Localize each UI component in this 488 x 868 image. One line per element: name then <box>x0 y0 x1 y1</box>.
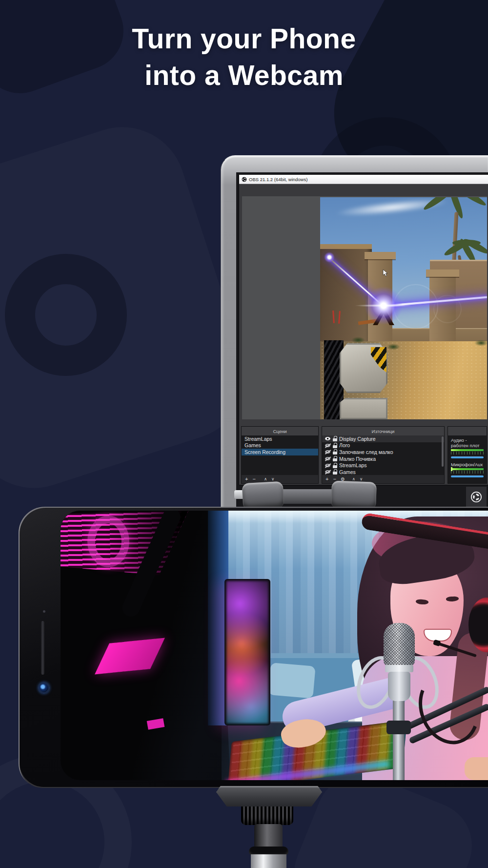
scenes-panel-header[interactable]: Сцени <box>242 427 318 435</box>
audio-mixer-panel: Аудио - работен плот Микрофон/Aux <box>447 426 487 484</box>
lock-icon[interactable] <box>333 436 337 441</box>
magenta-glow-panel <box>95 638 165 675</box>
obs-titlebar[interactable]: OBS 21.1.2 (64bit, windows) <box>239 175 488 184</box>
mic-body <box>388 672 410 701</box>
tripod-neck <box>254 824 283 849</box>
sources-scrollbar[interactable] <box>442 436 444 467</box>
fan-ring-glow <box>87 516 129 567</box>
proximity-sensor <box>43 610 45 613</box>
laser-impact-flare <box>363 285 404 326</box>
palm-frond <box>422 197 455 212</box>
streamer-smile <box>424 629 452 641</box>
front-camera-lens <box>39 682 49 693</box>
title-line-2: into a Webcam <box>144 60 344 91</box>
scene-move-up-button[interactable]: ∧ <box>264 477 267 481</box>
source-item[interactable]: Display Capture <box>322 435 444 442</box>
mic-collar <box>385 665 413 672</box>
volume-slider[interactable] <box>451 456 484 458</box>
visibility-eye-icon[interactable] <box>325 436 331 441</box>
visibility-eye-off-icon[interactable] <box>325 470 331 474</box>
obs-logo-icon <box>242 177 247 182</box>
shrub <box>386 344 400 350</box>
volume-meter <box>451 449 484 451</box>
source-item[interactable]: Малко Почивка <box>322 455 444 462</box>
promo-page: Turn your Phone into a Webcam OBS 21.1.2… <box>0 0 488 868</box>
tripod-pole <box>251 854 286 868</box>
scene-move-down-button[interactable]: ∨ <box>271 477 274 481</box>
pc-tower-silhouette <box>61 511 230 780</box>
metal-crate <box>324 340 387 419</box>
lock-icon[interactable] <box>333 469 337 475</box>
title-line-1: Turn your Phone <box>132 23 356 54</box>
source-item[interactable]: StreamLaps <box>322 462 444 469</box>
obs-taskbar-button[interactable] <box>466 487 487 508</box>
visibility-eye-off-icon[interactable] <box>325 450 331 454</box>
mic-stand-pole <box>393 700 405 780</box>
game-preview <box>320 197 487 419</box>
scenes-toolbar: + − ∧ ∨ <box>242 475 318 483</box>
streamer-hand <box>465 757 488 780</box>
mixer-tracks: Аудио - работен плот Микрофон/Aux <box>448 435 487 483</box>
source-item[interactable]: Games <box>322 469 444 475</box>
obs-preview-canvas <box>242 196 487 419</box>
source-move-down-button[interactable]: ∨ <box>360 477 363 481</box>
lock-icon[interactable] <box>333 443 337 448</box>
source-label: Лого <box>339 442 350 448</box>
pillow <box>268 662 315 699</box>
laptop-screen: OBS 21.1.2 (64bit, windows) <box>236 172 488 510</box>
lock-icon[interactable] <box>333 463 337 468</box>
source-move-up-button[interactable]: ∧ <box>352 477 355 481</box>
condenser-mic-capsule <box>384 623 415 666</box>
earpiece-speaker <box>41 621 44 675</box>
visibility-eye-off-icon[interactable] <box>325 456 331 461</box>
palm-tree <box>416 197 487 237</box>
add-source-button[interactable]: + <box>325 476 328 482</box>
magenta-glow-small <box>147 718 165 730</box>
obs-logo-icon <box>470 491 482 503</box>
source-label: Display Capture <box>339 436 376 442</box>
volume-slider[interactable] <box>451 475 484 477</box>
db-scale-ruler <box>451 452 484 455</box>
lock-icon[interactable] <box>333 449 337 455</box>
add-scene-button[interactable]: + <box>245 476 248 482</box>
shrub <box>474 340 487 346</box>
laptop-mockup: OBS 21.1.2 (64bit, windows) <box>221 155 488 510</box>
obs-window: OBS 21.1.2 (64bit, windows) <box>239 175 488 485</box>
lock-icon[interactable] <box>333 456 337 461</box>
scene-item[interactable]: Games <box>242 442 318 449</box>
visibility-eye-off-icon[interactable] <box>325 463 331 468</box>
phone-mockup <box>19 507 488 788</box>
scenes-list: StreamLaps Games Screen Recording <box>242 435 318 475</box>
db-scale-ruler <box>451 471 484 474</box>
source-label: Games <box>339 469 356 475</box>
visibility-eye-off-icon[interactable] <box>325 443 331 448</box>
laser-origin-flare <box>324 252 335 263</box>
crate-lower <box>340 398 387 419</box>
pillar-cap <box>426 269 459 277</box>
pillar-cap <box>365 252 396 259</box>
source-label: Започване след малко <box>339 449 393 455</box>
mixer-track: Аудио - работен плот <box>451 437 484 458</box>
mixer-panel-header[interactable] <box>448 427 487 435</box>
source-label: Малко Почивка <box>339 456 376 462</box>
mouse-cursor-icon <box>383 269 389 277</box>
mic-stand-bracket <box>386 721 411 734</box>
volume-meter <box>451 468 484 470</box>
source-label: StreamLaps <box>339 462 367 468</box>
source-item[interactable]: Лого <box>322 442 444 449</box>
phone-clamp-grip <box>331 480 377 510</box>
obs-dock-panels: Сцени StreamLaps Games Screen Recording … <box>241 426 487 484</box>
tripod-clamp-jaw <box>216 786 322 806</box>
sources-panel-header[interactable]: Източници <box>322 427 444 435</box>
phone-camera-view <box>61 511 488 780</box>
scene-item[interactable]: StreamLaps <box>242 435 318 442</box>
sources-panel: Източници Display Capture <box>322 426 445 484</box>
remove-scene-button[interactable]: − <box>252 476 255 482</box>
scenes-panel: Сцени StreamLaps Games Screen Recording … <box>241 426 319 484</box>
obs-body: Сцени StreamLaps Games Screen Recording … <box>239 184 488 485</box>
sources-list: Display Capture Лого <box>322 435 444 475</box>
source-item[interactable]: Започване след малко <box>322 449 444 455</box>
rgb-pc-tower <box>224 579 270 725</box>
scene-item-selected[interactable]: Screen Recording <box>242 449 318 455</box>
mixer-track-label: Микрофон/Aux <box>451 462 484 467</box>
